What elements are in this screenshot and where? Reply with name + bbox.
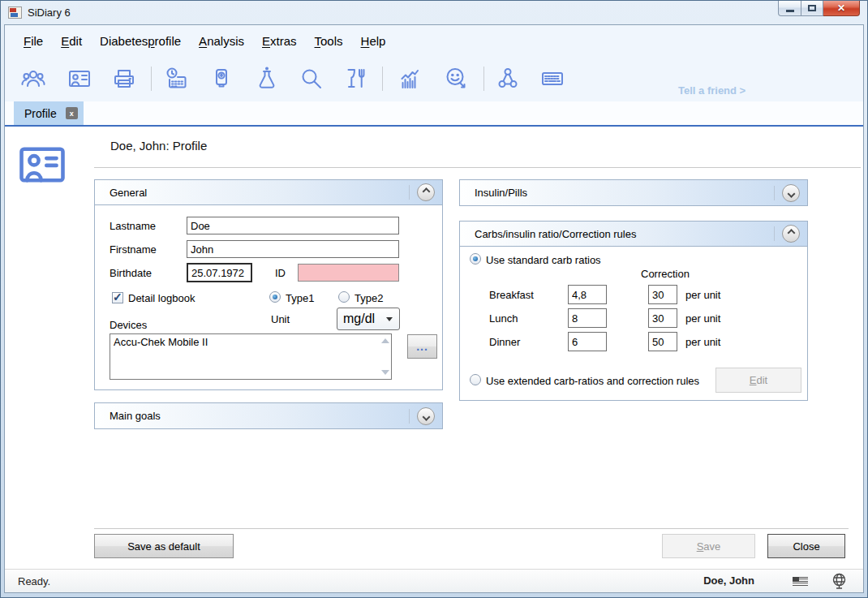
general-panel-header[interactable]: General (95, 180, 442, 205)
header-separator (409, 409, 410, 424)
firstname-label: Firstname (110, 243, 157, 256)
menu-tools[interactable]: Tools (306, 28, 352, 54)
tab-profile[interactable]: Profile x (14, 101, 84, 125)
users-icon[interactable] (19, 65, 47, 92)
chevron-up-icon (422, 187, 430, 196)
globe-icon[interactable] (831, 573, 847, 593)
chevron-up-icon (787, 229, 795, 237)
type2-label: Type2 (355, 292, 383, 304)
close-window-button[interactable]: ✕ (823, 1, 860, 16)
general-collapse-button[interactable] (417, 183, 435, 201)
edit-button[interactable]: Edit (715, 368, 801, 393)
correction-label: Correction (641, 268, 690, 280)
glucose-meter-icon[interactable] (208, 65, 235, 92)
client-area: File Edit Diabetesprofile Analysis Extra… (4, 24, 864, 593)
title-bar[interactable]: SiDiary 6 ✕ (1, 1, 867, 24)
schedule-calendar-icon[interactable] (163, 65, 191, 92)
dinner-unit-label: per unit (685, 336, 720, 348)
tell-a-friend-link[interactable]: Tell a friend > (678, 84, 746, 97)
menu-diabetesprofile[interactable]: Diabetesprofile (91, 28, 190, 54)
insulin-pills-panel: Insulin/Pills (459, 179, 808, 206)
main-goals-expand-button[interactable] (417, 407, 435, 425)
detail-logbook-checkbox[interactable] (112, 292, 123, 303)
breakfast-label: Breakfast (489, 289, 534, 301)
save-as-default-button[interactable]: Save as default (94, 534, 234, 558)
status-message: Ready. (18, 575, 50, 587)
unit-label: Unit (271, 313, 290, 325)
insulin-pills-header[interactable]: Insulin/Pills (460, 180, 807, 205)
menu-help[interactable]: Help (352, 28, 395, 54)
dinner-ratio-field[interactable] (568, 332, 607, 351)
lunch-ratio-field[interactable] (568, 308, 607, 328)
share-icon[interactable] (494, 65, 522, 92)
extended-ratios-radio[interactable] (470, 374, 481, 385)
statistics-icon[interactable] (396, 65, 423, 92)
carbs-panel: Carbs/insulin ratio/Correction rules Use… (459, 221, 808, 401)
lunch-correction-field[interactable] (648, 308, 677, 328)
unit-value: mg/dl (337, 312, 386, 326)
extended-ratios-label: Use extended carb-ratios and correction … (486, 375, 699, 387)
carbs-panel-body: Use standard carb ratios Correction Brea… (460, 247, 807, 400)
standard-ratios-radio[interactable] (470, 253, 481, 265)
standard-ratios-label: Use standard carb ratios (486, 254, 601, 266)
devices-listbox[interactable]: Accu-Chek Mobile II (110, 333, 392, 380)
detail-logbook-label: Detail logbook (128, 292, 195, 304)
current-user: Doe, John (703, 574, 754, 587)
id-label: ID (275, 267, 286, 279)
nutrition-icon[interactable] (342, 65, 370, 92)
main-goals-header[interactable]: Main goals (95, 403, 442, 428)
maximize-button[interactable] (801, 1, 823, 16)
minimize-icon (786, 10, 794, 12)
birthdate-field[interactable] (187, 263, 252, 282)
profile-card-large-icon (19, 144, 66, 188)
main-goals-panel: Main goals (94, 402, 443, 429)
menu-analysis[interactable]: Analysis (190, 28, 253, 54)
firstname-field[interactable] (187, 240, 399, 258)
heading-divider (94, 167, 861, 168)
save-button[interactable]: Save (662, 534, 755, 558)
carbs-collapse-button[interactable] (782, 225, 800, 243)
devices-more-button[interactable]: ... (407, 334, 437, 359)
menu-file[interactable]: File (15, 28, 52, 54)
type2-radio[interactable] (338, 291, 350, 303)
chevron-down-icon (787, 190, 795, 198)
window-title: SiDiary 6 (28, 6, 71, 19)
main-goals-title: Main goals (110, 410, 161, 422)
breakfast-correction-field[interactable] (648, 285, 677, 304)
minimize-button[interactable] (778, 1, 801, 16)
profile-card-icon[interactable] (66, 65, 93, 92)
device-list-item[interactable]: Accu-Chek Mobile II (110, 334, 391, 348)
devices-label: Devices (110, 319, 147, 331)
wellbeing-icon[interactable] (442, 65, 470, 92)
scroll-up-icon[interactable] (381, 338, 389, 343)
carbs-panel-title: Carbs/insulin ratio/Correction rules (475, 228, 636, 240)
toolbar-separator (151, 67, 152, 91)
insulin-pills-expand-button[interactable] (782, 184, 800, 202)
toolbar: Tell a friend > (5, 56, 863, 101)
breakfast-ratio-field[interactable] (568, 285, 607, 304)
chevron-down-icon (422, 413, 430, 421)
carbs-panel-header[interactable]: Carbs/insulin ratio/Correction rules (460, 222, 807, 247)
menu-bar: File Edit Diabetesprofile Analysis Extra… (5, 25, 863, 56)
close-button[interactable]: Close (767, 534, 845, 558)
lunch-unit-label: per unit (685, 312, 720, 325)
toolbar-separator (483, 67, 484, 91)
type1-radio[interactable] (269, 291, 281, 303)
id-field[interactable] (298, 264, 399, 282)
tab-close-icon[interactable]: x (66, 107, 78, 119)
dinner-correction-field[interactable] (648, 332, 677, 351)
menu-edit[interactable]: Edit (52, 28, 91, 54)
printer-icon[interactable] (110, 65, 138, 92)
unit-dropdown[interactable]: mg/dl (337, 308, 400, 330)
lab-flask-icon[interactable] (253, 65, 281, 92)
language-flag-icon[interactable] (793, 577, 808, 587)
birthdate-label: Birthdate (110, 267, 152, 279)
lastname-field[interactable] (187, 217, 399, 234)
header-separator (409, 185, 410, 200)
devices-scrollbar[interactable] (378, 334, 391, 379)
general-panel: General Lastname Firstname Birthdate ID … (94, 179, 443, 390)
keyboard-icon[interactable] (539, 65, 566, 92)
scroll-down-icon[interactable] (381, 370, 389, 375)
menu-extras[interactable]: Extras (253, 28, 306, 54)
search-icon[interactable] (298, 65, 325, 92)
